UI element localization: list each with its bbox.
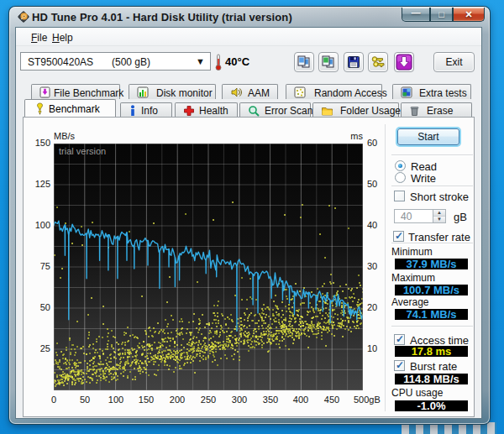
svg-text:trial version: trial version bbox=[59, 146, 106, 156]
